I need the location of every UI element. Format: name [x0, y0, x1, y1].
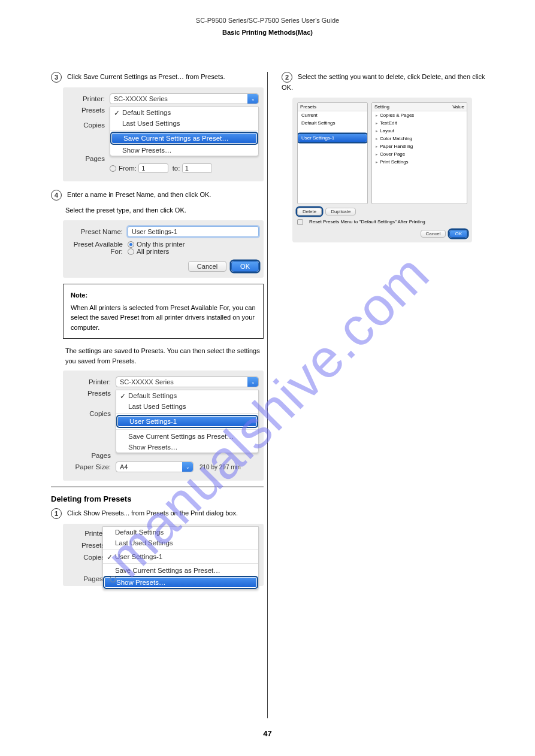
menu3-save[interactable]: Save Current Settings as Preset…: [116, 431, 258, 442]
cancel-button[interactable]: Cancel: [188, 261, 226, 272]
deleting-heading: Deleting from Presets: [51, 494, 264, 503]
setting-copies-pages[interactable]: ▸Copies & Pages: [372, 111, 467, 119]
copies-label: Copies: [68, 122, 105, 129]
duplicate-button[interactable]: Duplicate: [325, 208, 356, 215]
to-label: to:: [173, 165, 180, 172]
setting-textedit[interactable]: ▸TextEdit: [372, 119, 467, 127]
note-box: Note: When All printers is selected from…: [63, 284, 264, 339]
from-label: From:: [119, 165, 137, 172]
chevron-down-icon: ⌄: [182, 462, 193, 472]
saved-text: The settings are saved to Presets. You c…: [65, 346, 264, 366]
menu-save-preset[interactable]: Save Current Settings as Preset…: [110, 132, 258, 145]
printer-label-3: Printer:: [68, 378, 111, 385]
pages-label-3: Pages: [68, 452, 111, 459]
menu-default-settings[interactable]: Default Settings: [110, 107, 258, 118]
printer-dropdown[interactable]: SC-XXXXX Series ⌄: [110, 93, 259, 104]
chevron-down-icon: ⌄: [247, 377, 258, 387]
step-3-text: Click Save Current Settings as Preset… f…: [67, 73, 225, 80]
printer-label: Printer:: [68, 95, 105, 102]
sp-cancel-button[interactable]: Cancel: [421, 230, 446, 238]
menu4-default[interactable]: Default Settings: [103, 527, 258, 538]
step-3: 3 Click Save Current Settings as Preset……: [51, 72, 264, 83]
menu4-show[interactable]: Show Presets…: [103, 576, 258, 589]
print-panel-1: Printer: SC-XXXXX Series ⌄ Presets Defau…: [63, 87, 264, 181]
setting-paper-handling[interactable]: ▸Paper Handling: [372, 142, 467, 150]
presets-label: Presets: [68, 107, 105, 114]
header-model: SC-P9500 Series/SC-P7500 Series User's G…: [0, 17, 535, 24]
setting-layout[interactable]: ▸Layout: [372, 127, 467, 135]
show-presets-window: Presets Current Default Settings User Se…: [292, 98, 472, 242]
triangle-icon: ▸: [376, 136, 378, 141]
delete-step-2-number: 2: [282, 72, 292, 83]
presets-menu-4: Default Settings Last Used Settings User…: [102, 526, 259, 590]
menu3-default[interactable]: Default Settings: [116, 390, 258, 401]
reset-label: Reset Presets Menu to "Default Settings"…: [309, 219, 425, 224]
settings-listbox: SettingValue ▸Copies & Pages ▸TextEdit ▸…: [371, 102, 467, 204]
preset-item-current[interactable]: Current: [298, 111, 367, 119]
column-divider: [267, 72, 268, 718]
all-printers-label: All printers: [137, 248, 169, 255]
menu3-last[interactable]: Last Used Settings: [116, 401, 258, 412]
delete-step-1-number: 1: [51, 508, 62, 519]
presets-list-header: Presets: [298, 103, 367, 111]
step-4-text2: Select the preset type, and then click O…: [65, 205, 264, 215]
preset-name-label: Preset Name:: [68, 228, 123, 235]
delete-step-1: 1 Click Show Presets... from Presets on …: [51, 508, 264, 519]
delete-step-1-text: Click Show Presets... from Presets on th…: [67, 509, 238, 517]
menu-show-presets[interactable]: Show Presets…: [110, 145, 258, 156]
only-this-printer-radio[interactable]: [128, 241, 134, 248]
note-title: Note:: [71, 290, 256, 300]
preset-item-user[interactable]: User Settings-1: [298, 134, 367, 142]
paper-size-dropdown[interactable]: A4 ⌄: [116, 462, 194, 472]
delete-step-2-text: Select the setting you want to delete, c…: [282, 73, 485, 91]
presets-menu: Default Settings Last Used Settings Save…: [110, 107, 259, 156]
presets-label-4: Presets: [68, 542, 105, 549]
all-printers-radio[interactable]: [128, 248, 134, 255]
paper-size-label: Paper Size:: [68, 463, 111, 470]
section-divider: [51, 487, 264, 487]
menu3-user[interactable]: User Settings-1: [116, 415, 258, 428]
pages-from-radio[interactable]: [110, 165, 116, 172]
preset-name-field[interactable]: User Settings-1: [128, 226, 259, 237]
pages-label-4: Pages:: [68, 575, 105, 582]
delete-step-2: 2 Select the setting you want to delete,…: [282, 72, 494, 93]
preset-name-panel: Preset Name: User Settings-1 Preset Avai…: [63, 220, 264, 278]
ok-button[interactable]: OK: [231, 261, 259, 272]
setting-print-settings[interactable]: ▸Print Settings: [372, 158, 467, 166]
paper-dim: 210 by 297 mm: [200, 464, 241, 470]
step-4: 4 Enter a name in Preset Name, and then …: [51, 190, 264, 201]
sp-ok-button[interactable]: OK: [449, 230, 467, 238]
only-this-printer-label: Only this printer: [137, 241, 185, 248]
printer-dropdown-3[interactable]: SC-XXXXX Series ⌄: [116, 377, 259, 387]
presets-label-3: Presets: [68, 390, 111, 397]
printer-label-4: Printer: [68, 530, 105, 537]
print-panel-3: Printer: SC-XXXXX Series ⌄ Presets Defau…: [63, 371, 264, 481]
menu3-show[interactable]: Show Presets…: [116, 442, 258, 453]
presets-listbox: Presets Current Default Settings User Se…: [297, 102, 368, 204]
setting-cover-page[interactable]: ▸Cover Page: [372, 150, 467, 158]
step-4-number: 4: [51, 190, 62, 201]
print-panel-4: Default Settings Last Used Settings User…: [63, 524, 264, 586]
triangle-icon: ▸: [376, 152, 378, 157]
reset-checkbox[interactable]: [297, 219, 303, 225]
setting-header: Setting: [374, 104, 452, 110]
menu4-save[interactable]: Save Current Settings as Preset…: [103, 565, 258, 576]
menu4-user[interactable]: User Settings-1: [103, 551, 258, 562]
triangle-icon: ▸: [376, 129, 378, 133]
step-4-text1: Enter a name in Preset Name, and then cl…: [67, 191, 211, 198]
menu-last-used[interactable]: Last Used Settings: [110, 118, 258, 129]
setting-color-matching[interactable]: ▸Color Matching: [372, 135, 467, 142]
triangle-icon: ▸: [376, 113, 378, 118]
value-header: Value: [452, 104, 464, 110]
page-number: 47: [0, 729, 535, 738]
preset-item-default[interactable]: Default Settings: [298, 119, 367, 127]
chevron-down-icon: ⌄: [247, 94, 258, 104]
menu4-last[interactable]: Last Used Settings: [103, 538, 258, 548]
copies-label-3: Copies: [68, 410, 111, 417]
from-field[interactable]: 1: [138, 163, 168, 173]
to-field[interactable]: 1: [182, 163, 212, 173]
triangle-icon: ▸: [376, 121, 378, 126]
presets-menu-3: Default Settings Last Used Settings User…: [116, 390, 259, 453]
delete-button[interactable]: Delete: [297, 208, 322, 215]
pages-all-radio[interactable]: [110, 576, 116, 582]
